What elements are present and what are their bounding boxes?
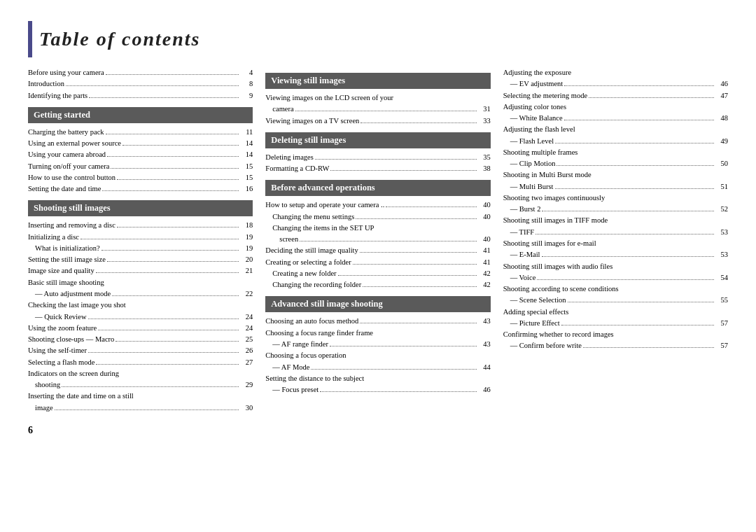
toc-dots [107,156,239,157]
toc-dots [89,97,239,98]
toc-entry: Adjusting the flash level [503,124,728,135]
toc-label: — TIFF [510,227,535,238]
toc-label: — Picture Effect [510,318,560,329]
toc-entry: — White Balance48 [503,113,728,124]
toc-entry: — Auto adjustment mode22 [28,288,253,300]
col-left-sections: Getting startedCharging the battery pack… [28,107,253,414]
toc-label: Charging the battery pack [28,127,104,138]
toc-label: Changing the menu settings [272,211,354,223]
toc-entry: screen40 [265,234,490,245]
toc-entry: Adding special effects [503,307,728,318]
toc-page: 57 [715,340,728,351]
toc-entry: Using the zoom feature24 [28,323,253,334]
toc-label: Initializing a disc [28,232,79,243]
toc-entry: Inserting and removing a disc18 [28,220,253,231]
toc-label: How to setup and operate your camera .. [265,200,384,211]
toc-entry: Turning on/off your camera15 [28,161,253,172]
toc-entry: camera31 [265,104,490,115]
toc-dots [122,145,239,146]
toc-label: Changing the items in the SET UP [272,223,374,234]
toc-dots [555,143,714,144]
toc-page: 15 [240,172,253,183]
toc-dots [102,190,239,191]
toc-dots [360,323,476,323]
toc-label: Shooting in Multi Burst mode [503,169,592,181]
toc-page: 25 [240,334,253,345]
toc-label: Setting the date and time [28,183,101,195]
toc-section: Viewing still imagesViewing images on th… [265,73,490,127]
toc-dots [330,170,476,171]
toc-label: Setting the distance to the subject [265,373,364,384]
toc-entry: — Picture Effect57 [503,318,728,329]
toc-dots [106,134,239,134]
toc-page: 24 [240,323,253,334]
toc-dots [589,97,714,98]
toc-label: Before using your camera [28,67,104,78]
toc-page: 4 [240,67,253,78]
toc-page: 41 [478,245,491,256]
toc-page: 27 [240,357,253,368]
toc-entry: Shooting still images in TIFF mode [503,215,728,226]
toc-entry: Viewing images on the LCD screen of your [265,92,490,104]
toc-entry: Checking the last image you shot [28,300,253,311]
toc-dots [564,85,714,86]
toc-dots [102,250,239,251]
toc-entry: — Confirm before write57 [503,340,728,351]
toc-page: 48 [715,113,728,124]
toc-entry: Shooting still images for e-mail [503,238,728,249]
toc-label: — AF range finder [272,339,328,350]
toc-dots [536,234,714,234]
toc-label: Using an external power source [28,138,121,149]
toc-label: Basic still image shooting [28,277,104,288]
toc-entry: — Burst 252 [503,204,728,215]
toc-dots [564,120,714,120]
toc-page: 16 [240,183,253,195]
toc-entry: — Multi Burst51 [503,181,728,192]
toc-page: 40 [478,200,491,211]
toc-label: Selecting the metering mode [503,90,587,102]
toc-label: How to use the control button [28,172,115,183]
toc-entry: Deciding the still image quality41 [265,245,490,256]
section-header: Deleting still images [265,132,490,148]
toc-label: Indicators on the screen during [28,368,119,379]
toc-label: Using your camera abroad [28,149,106,160]
toc-dots [300,241,477,241]
toc-label: Shooting still images with audio files [503,261,613,272]
toc-dots [315,159,477,160]
toc-label: Setting the still image size [28,254,106,265]
toc-entry: shooting29 [28,379,253,391]
toc-dots [356,218,476,219]
toc-entry: — Focus preset46 [265,384,490,396]
toc-entry: — Scene Selection55 [503,295,728,306]
toc-dots [583,347,714,348]
toc-entry: — EV adjustment46 [503,78,728,90]
toc-entry: Changing the menu settings40 [265,211,490,223]
toc-entry: Introduction8 [28,78,253,90]
toc-page: 19 [240,243,253,254]
toc-dots [117,179,239,180]
toc-entry: How to setup and operate your camera ..4… [265,200,490,211]
toc-page: 50 [715,158,728,169]
toc-page: 8 [240,78,253,90]
toc-entry: Selecting the metering mode47 [503,90,728,102]
toc-entry: — AF Mode44 [265,362,490,373]
toc-label: Creating a new folder [272,268,336,279]
toc-page: 21 [240,265,253,276]
toc-page: 15 [240,161,253,172]
toc-entry: Changing the items in the SET UP [265,223,490,234]
toc-page: 46 [478,384,491,396]
toc-entry: Choosing an auto focus method43 [265,316,490,327]
toc-dots [117,227,239,227]
col-right-entries: Adjusting the exposure— EV adjustment46S… [503,67,728,352]
toc-section: Before advanced operationsHow to setup a… [265,180,490,290]
toc-entry: Shooting close-ups — Macro25 [28,334,253,345]
toc-entry: Adjusting color tones [503,102,728,113]
toc-label: Using the zoom feature [28,323,97,334]
toc-entry: Setting the distance to the subject [265,373,490,384]
page-number: 6 [28,425,253,436]
toc-dots [112,295,239,296]
toc-label: Inserting and removing a disc [28,220,115,231]
toc-label: Selecting a flash mode [28,357,94,368]
toc-label: Checking the last image you shot [28,300,126,311]
toc-page: 52 [715,204,728,215]
